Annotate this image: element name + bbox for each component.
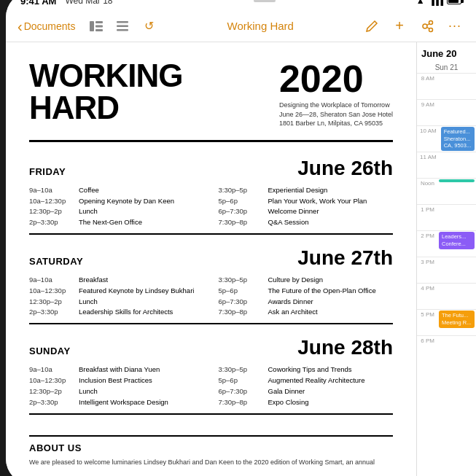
svg-rect-5 bbox=[117, 25, 128, 27]
sched-time: 12:30p–2p bbox=[29, 297, 73, 307]
doc-year-block: 2020 Designing the Workplace of Tomorrow… bbox=[279, 60, 393, 128]
sched-time: 10a–12:30p bbox=[29, 286, 73, 296]
calendar-sidebar: June 20 Sun 21 8 AM9 AM10 AMFeatured... … bbox=[416, 42, 476, 476]
sched-time: 6p–7:30p bbox=[219, 207, 262, 216]
time-label: Noon bbox=[417, 179, 437, 188]
schedule-item: 7:30p–8pAsk an Architect bbox=[219, 308, 394, 317]
schedule-right-col: 3:30p–5pCulture by Design5p–6pThe Future… bbox=[219, 276, 394, 317]
status-bar: 9:41 AM Wed Mar 18 ▲ ▐▐▐ bbox=[6, 0, 476, 11]
schedule-item: 5p–6pPlan Your Work, Work Your Plan bbox=[219, 197, 394, 206]
calendar-event[interactable]: Featured... Sheraton... CA, 9503... bbox=[441, 127, 475, 151]
schedule-item: 7:30p–8pQ&A Session bbox=[219, 218, 394, 227]
calendar-event[interactable]: Leaders... Confere... bbox=[439, 232, 475, 249]
sched-time: 9a–10a bbox=[29, 276, 73, 285]
svg-rect-4 bbox=[117, 21, 128, 23]
sched-desc: Q&A Session bbox=[268, 218, 309, 227]
sched-desc: Gala Dinner bbox=[268, 387, 305, 397]
documents-back-label: Documents bbox=[24, 20, 76, 32]
schedule-grid: 9a–10aCoffee10a–12:30pOpening Keynote by… bbox=[29, 186, 393, 227]
time-slot: 11 AM bbox=[417, 152, 476, 178]
time-slot: 10 AMFeatured... Sheraton... CA, 9503... bbox=[417, 125, 476, 152]
add-button[interactable]: + bbox=[390, 17, 409, 36]
sched-desc: Opening Keynote by Dan Keen bbox=[79, 197, 174, 206]
time-slot: 6 PM bbox=[417, 335, 476, 362]
sched-desc: Coffee bbox=[79, 186, 99, 195]
main-content: WORKING HARD 2020 Designing the Workplac… bbox=[6, 42, 476, 476]
about-title: ABOUT US bbox=[29, 435, 393, 453]
sched-desc: Ask an Architect bbox=[268, 308, 318, 317]
time-slot: 5 PMThe Futu... Meeting R... bbox=[417, 309, 476, 335]
calendar-header: June 20 bbox=[417, 42, 476, 62]
list-view-icon[interactable] bbox=[113, 17, 132, 36]
time-label: 11 AM bbox=[417, 152, 440, 162]
schedule-item: 12:30p–2pLunch bbox=[29, 297, 204, 307]
time-slot: 8 AM bbox=[417, 73, 476, 99]
sched-desc: Coworking Tips and Trends bbox=[268, 365, 352, 375]
signal-icon: ▐▐▐ bbox=[429, 0, 442, 5]
status-date: Wed Mar 18 bbox=[65, 0, 112, 6]
time-slot: 9 AM bbox=[417, 99, 476, 125]
doc-year: 2020 bbox=[279, 60, 393, 98]
day-row: FRIDAYJune 26th bbox=[29, 157, 393, 180]
time-label: 4 PM bbox=[417, 284, 437, 293]
time-label: 10 AM bbox=[417, 126, 440, 136]
day-section: SUNDAYJune 28th9a–10aBreakfast with Dian… bbox=[29, 336, 393, 414]
sched-time: 6p–7:30p bbox=[219, 297, 262, 307]
document-area[interactable]: WORKING HARD 2020 Designing the Workplac… bbox=[6, 42, 416, 476]
time-slot: 4 PM bbox=[417, 283, 476, 309]
time-label: 5 PM bbox=[417, 310, 437, 319]
day-row: SATURDAYJune 27th bbox=[29, 246, 393, 270]
sched-time: 3:30p–5p bbox=[219, 365, 262, 375]
sched-desc: Leadership Skills for Architects bbox=[79, 308, 173, 317]
schedule-grid: 9a–10aBreakfast10a–12:30pFeatured Keynot… bbox=[29, 276, 393, 317]
calendar-event[interactable]: The Futu... Meeting R... bbox=[439, 311, 475, 328]
sched-desc: Augmented Reality Architecture bbox=[268, 376, 365, 386]
day-date: June 28th bbox=[297, 336, 393, 359]
sched-desc: Experiential Design bbox=[268, 186, 328, 195]
calendar-event[interactable] bbox=[439, 179, 475, 182]
time-slot: Noon bbox=[417, 178, 476, 204]
svg-line-10 bbox=[427, 23, 429, 25]
schedule-item: 12:30p–2pLunch bbox=[29, 207, 204, 216]
sched-time: 5p–6p bbox=[219, 197, 262, 206]
day-date: June 27th bbox=[297, 246, 393, 270]
calendar-day-label: Sun 21 bbox=[417, 62, 476, 73]
toolbar: Documents ↺ Working Hard bbox=[6, 11, 476, 42]
svg-rect-0 bbox=[90, 21, 94, 31]
schedule-item: 6p–7:30pGala Dinner bbox=[219, 387, 394, 397]
svg-rect-6 bbox=[117, 29, 128, 31]
day-row: SUNDAYJune 28th bbox=[29, 336, 393, 359]
schedule-left-col: 9a–10aBreakfast10a–12:30pFeatured Keynot… bbox=[29, 276, 204, 317]
schedule-item: 3:30p–5pExperiential Design bbox=[219, 186, 394, 195]
sched-desc: The Next-Gen Office bbox=[79, 218, 142, 227]
sched-desc: Lunch bbox=[79, 207, 98, 216]
history-icon[interactable]: ↺ bbox=[139, 17, 158, 36]
share-icon[interactable] bbox=[418, 17, 437, 36]
time-label: 8 AM bbox=[417, 74, 437, 83]
day-date: June 26th bbox=[297, 157, 393, 180]
day-name: SUNDAY bbox=[29, 346, 71, 356]
svg-point-8 bbox=[429, 20, 433, 24]
notch bbox=[254, 0, 276, 2]
more-icon[interactable]: ··· bbox=[445, 17, 464, 36]
schedule-item: 3:30p–5pCoworking Tips and Trends bbox=[219, 365, 394, 375]
sched-time: 2p–3:30p bbox=[29, 218, 73, 227]
calendar-events: 8 AM9 AM10 AMFeatured... Sheraton... CA,… bbox=[417, 73, 476, 476]
day-name: SATURDAY bbox=[29, 256, 83, 267]
sched-time: 12:30p–2p bbox=[29, 207, 73, 216]
schedule-item: 2p–3:30pLeadership Skills for Architects bbox=[29, 308, 204, 317]
pen-icon[interactable] bbox=[362, 17, 381, 36]
back-button[interactable]: Documents bbox=[17, 19, 75, 34]
sched-time: 5p–6p bbox=[219, 286, 262, 296]
about-section: ABOUT US We are pleased to welcome lumin… bbox=[29, 426, 393, 468]
sidebar-toggle-icon[interactable] bbox=[87, 17, 106, 36]
sched-desc: Expo Closing bbox=[268, 398, 309, 407]
day-sections: FRIDAYJune 26th9a–10aCoffee10a–12:30pOpe… bbox=[29, 157, 393, 415]
sched-desc: Plan Your Work, Work Your Plan bbox=[268, 197, 367, 206]
doc-main-title: WORKING HARD bbox=[29, 60, 183, 124]
time-slot: 1 PM bbox=[417, 204, 476, 230]
sched-time: 7:30p–8p bbox=[219, 398, 262, 407]
schedule-right-col: 3:30p–5pCoworking Tips and Trends5p–6pAu… bbox=[219, 365, 394, 407]
sched-time: 10a–12:30p bbox=[29, 197, 73, 206]
schedule-left-col: 9a–10aBreakfast with Diana Yuen10a–12:30… bbox=[29, 365, 204, 407]
